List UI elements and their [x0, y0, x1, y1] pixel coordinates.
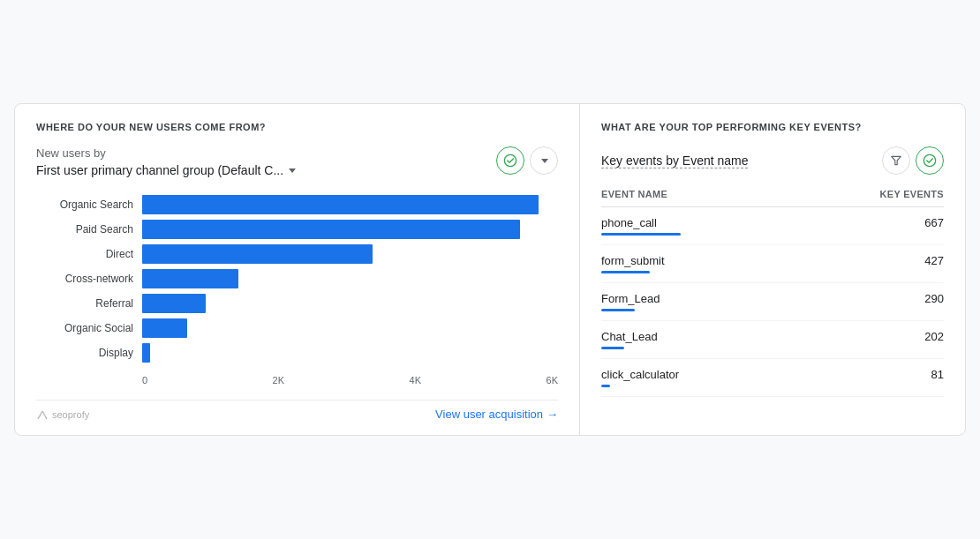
event-value-cell: 290 [791, 283, 944, 321]
logo-area: seoprofy [36, 408, 89, 421]
bar-row: Display [36, 343, 558, 363]
event-name-text: Form_Lead [601, 292, 791, 305]
event-name-text: click_calculator [601, 368, 791, 381]
event-bar [601, 309, 635, 311]
bar-container [142, 244, 558, 264]
bar-fill [142, 343, 150, 363]
event-cell: click_calculator [601, 368, 791, 387]
svg-point-0 [504, 154, 516, 166]
view-link-text: View user acquisition [435, 408, 543, 421]
bar-label: Paid Search [36, 223, 142, 236]
event-name-cell: Chat_Lead [601, 321, 791, 359]
right-section-title: WHAT ARE YOUR TOP PERFORMING KEY EVENTS? [601, 122, 944, 132]
bar-label: Organic Search [36, 198, 142, 211]
event-bar [601, 347, 624, 349]
bar-container [142, 343, 558, 363]
bar-label: Organic Social [36, 322, 142, 334]
view-user-acquisition-link[interactable]: View user acquisition → [435, 408, 558, 421]
check-icon [503, 153, 517, 168]
bar-container [142, 318, 558, 338]
x-tick: 2K [273, 375, 284, 386]
bar-label: Cross-network [36, 273, 142, 285]
bar-row: Direct [36, 244, 558, 264]
bar-fill [142, 318, 187, 338]
seoprofy-logo-icon [36, 408, 49, 421]
caret-down-icon [541, 159, 548, 163]
bar-fill [142, 294, 206, 313]
chart-controls [496, 146, 558, 175]
svg-point-4 [923, 154, 935, 166]
caret-down-button[interactable] [530, 146, 558, 175]
left-panel: WHERE DO YOUR NEW USERS COME FROM? New u… [15, 104, 580, 435]
dashboard: WHERE DO YOUR NEW USERS COME FROM? New u… [15, 104, 965, 435]
bar-row: Paid Search [36, 220, 558, 239]
dashboard-wrapper: WHERE DO YOUR NEW USERS COME FROM? New u… [14, 103, 966, 436]
bar-row: Cross-network [36, 269, 558, 288]
bar-row: Referral [36, 294, 558, 313]
bar-label: Display [36, 347, 142, 359]
event-name-text: form_submit [601, 254, 791, 267]
event-name-cell: form_submit [601, 245, 791, 283]
filter-button[interactable] [882, 146, 910, 175]
bar-container [142, 269, 558, 288]
x-tick: 4K [410, 375, 421, 386]
metric-sub-text: First user primary channel group (Defaul… [36, 163, 283, 177]
filter-icon [890, 154, 902, 167]
metric-sub-row[interactable]: First user primary channel group (Defaul… [36, 163, 296, 177]
right-card-header: Key events by Event name [601, 146, 944, 175]
event-name-cell: phone_call [601, 207, 791, 245]
event-value-cell: 667 [791, 207, 944, 245]
metric-dropdown-arrow[interactable] [289, 168, 296, 173]
right-panel: WHAT ARE YOUR TOP PERFORMING KEY EVENTS?… [580, 104, 965, 435]
x-tick: 0 [142, 375, 147, 386]
table-row: Form_Lead 290 [601, 283, 944, 321]
col-event-name: EVENT NAME [601, 189, 791, 207]
event-bar [601, 271, 650, 273]
svg-line-2 [42, 411, 47, 419]
chart-card: New users by First user primary channel … [36, 146, 558, 421]
svg-line-1 [38, 411, 42, 419]
event-value-cell: 427 [791, 245, 944, 283]
event-cell: form_submit [601, 254, 791, 273]
bar-row: Organic Search [36, 195, 558, 214]
table-row: phone_call 667 [601, 207, 944, 245]
x-axis: 02K4K6K [36, 375, 558, 386]
bar-container [142, 195, 558, 214]
left-section-title: WHERE DO YOUR NEW USERS COME FROM? [36, 122, 558, 132]
left-footer: seoprofy View user acquisition → [36, 400, 558, 421]
chart-header: New users by First user primary channel … [36, 146, 558, 177]
table-row: click_calculator 81 [601, 359, 944, 397]
bar-fill [142, 220, 520, 239]
check-icon-button[interactable] [496, 146, 524, 175]
table-row: form_submit 427 [601, 245, 944, 283]
bar-row: Organic Social [36, 318, 558, 338]
col-key-events: KEY EVENTS [791, 189, 944, 207]
event-bar [601, 385, 610, 387]
arrow-right-icon: → [547, 408, 558, 421]
right-controls [882, 146, 944, 175]
bar-label: Direct [36, 248, 142, 260]
bar-chart: Organic Search Paid Search Direct Cross-… [36, 195, 558, 368]
logo-text: seoprofy [52, 409, 89, 420]
bar-container [142, 294, 558, 313]
x-tick: 6K [547, 375, 558, 386]
event-name-cell: click_calculator [601, 359, 791, 397]
right-card-title: Key events by Event name [601, 153, 749, 168]
bar-fill [142, 269, 238, 288]
event-cell: Chat_Lead [601, 330, 791, 349]
event-bar [601, 233, 681, 236]
event-cell: phone_call [601, 216, 791, 236]
right-check-button[interactable] [916, 146, 944, 175]
bar-container [142, 220, 558, 239]
event-name-text: phone_call [601, 216, 791, 229]
event-value-cell: 81 [791, 359, 944, 397]
table-row: Chat_Lead 202 [601, 321, 944, 359]
events-table: EVENT NAME KEY EVENTS phone_call 667 for… [601, 189, 944, 397]
bar-fill [142, 195, 539, 214]
svg-marker-3 [892, 156, 901, 164]
metric-label: New users by [36, 146, 296, 160]
event-cell: Form_Lead [601, 292, 791, 311]
right-check-icon [923, 153, 937, 168]
event-name-text: Chat_Lead [601, 330, 791, 343]
bar-fill [142, 244, 373, 264]
